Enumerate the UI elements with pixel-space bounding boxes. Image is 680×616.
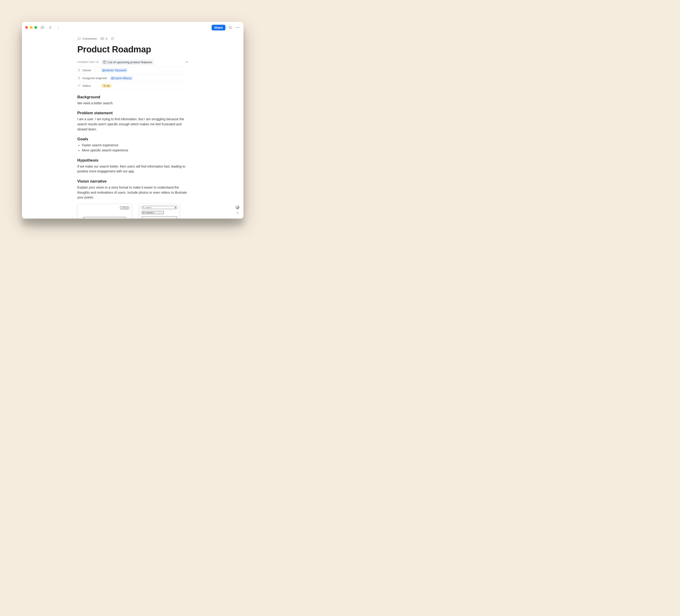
heading-problem[interactable]: Problem statement [77, 111, 188, 115]
share-button[interactable]: Share [211, 25, 225, 30]
mic-icon [175, 206, 176, 208]
svg-point-3 [236, 27, 236, 28]
owner-label: Owner [82, 68, 91, 72]
wf2-search-bar: search [142, 206, 177, 209]
wf2-content-block [142, 217, 177, 218]
views-button[interactable]: 0 [100, 37, 107, 40]
svg-point-13 [143, 207, 144, 208]
wireframe-image-search[interactable]: search Heading ▾ ⋮⋮ [139, 204, 180, 218]
engineer-label: Assigned engineer [82, 76, 107, 80]
status-badge[interactable]: To do [101, 84, 112, 88]
window-controls [25, 26, 37, 29]
eye-icon [100, 37, 104, 40]
svg-rect-15 [175, 206, 176, 208]
star-button[interactable] [228, 25, 233, 30]
svg-point-11 [79, 77, 80, 78]
text-problem[interactable]: I am a user. I am trying to find informa… [77, 117, 188, 132]
nav-back-button[interactable] [48, 25, 53, 30]
property-owner[interactable]: Owner @Adrien Taravant [77, 66, 188, 74]
person-icon [77, 68, 81, 72]
heading-vision[interactable]: Vision narrative [77, 179, 188, 184]
tag-icon [77, 84, 81, 87]
svg-line-14 [144, 208, 145, 208]
property-engineer[interactable]: Assigned engineer @Laure Albouy [77, 74, 188, 82]
sidebar-toggle-button[interactable] [40, 25, 45, 30]
connected-database-label: List of upcoming product features [108, 60, 152, 64]
owner-value-mention[interactable]: @Adrien Taravant [101, 68, 128, 73]
views-count: 0 [106, 37, 107, 40]
table-icon [103, 60, 106, 64]
refresh-icon [111, 37, 114, 40]
app-window: Share Comments 0 [22, 22, 244, 219]
text-hypothesis[interactable]: If we make our search better, then users… [77, 164, 188, 174]
presence-indicator-icon[interactable] [235, 205, 239, 209]
collapse-properties-button[interactable] [185, 61, 188, 63]
goals-list[interactable]: Faster search experience More specific s… [77, 143, 188, 153]
help-button[interactable]: ? [236, 212, 238, 215]
wf1-alert-box: Alert Alert text No Yes [84, 217, 125, 218]
more-menu-button[interactable] [235, 25, 240, 30]
text-background[interactable]: We need a better search. [77, 101, 188, 106]
svg-rect-7 [103, 61, 106, 63]
wireframe-gallery: Button Alert Alert text No Yes [77, 204, 188, 218]
property-list: Owner @Adrien Taravant Assigned engineer… [77, 66, 188, 90]
svg-point-12 [79, 85, 80, 85]
zoom-window-icon[interactable] [34, 26, 37, 29]
heading-goals[interactable]: Goals [77, 137, 188, 141]
document: Comments 0 Product Roadmap CONNECTED TO [77, 37, 188, 219]
comments-button[interactable]: Comments [77, 37, 97, 40]
nav-forward-button[interactable] [56, 25, 61, 30]
wireframe-image-alert[interactable]: Button Alert Alert text No Yes [77, 204, 132, 218]
svg-point-6 [102, 38, 103, 39]
drag-handle-icon: ⋮⋮ [159, 212, 163, 214]
refresh-button[interactable] [111, 37, 114, 40]
person-icon [77, 76, 81, 80]
connected-to-label: CONNECTED TO [77, 61, 99, 63]
minimize-window-icon[interactable] [30, 26, 32, 29]
titlebar: Share [22, 22, 244, 32]
list-item[interactable]: More specific search experience [82, 148, 188, 153]
list-item[interactable]: Faster search experience [82, 143, 188, 148]
wf1-back-button: Button [120, 206, 129, 209]
comment-icon [77, 37, 81, 40]
search-icon [143, 206, 145, 208]
text-vision[interactable]: Explain your vision in a story format to… [77, 185, 188, 200]
engineer-value-mention[interactable]: @Laure Albouy [110, 76, 133, 80]
page-title[interactable]: Product Roadmap [77, 45, 188, 54]
heading-background[interactable]: Background [77, 95, 188, 100]
heading-hypothesis[interactable]: Hypothesis [77, 158, 188, 163]
comments-label: Comments [82, 37, 97, 40]
svg-point-4 [237, 27, 238, 28]
svg-point-5 [238, 27, 239, 28]
connected-database-chip[interactable]: List of upcoming product features [101, 60, 154, 65]
close-window-icon[interactable] [25, 26, 28, 29]
property-status[interactable]: Status To do [77, 82, 188, 90]
hamburger-icon [143, 212, 145, 214]
wf2-heading-block: Heading ▾ ⋮⋮ [142, 211, 164, 214]
status-label: Status [82, 84, 91, 87]
svg-point-10 [79, 69, 80, 70]
